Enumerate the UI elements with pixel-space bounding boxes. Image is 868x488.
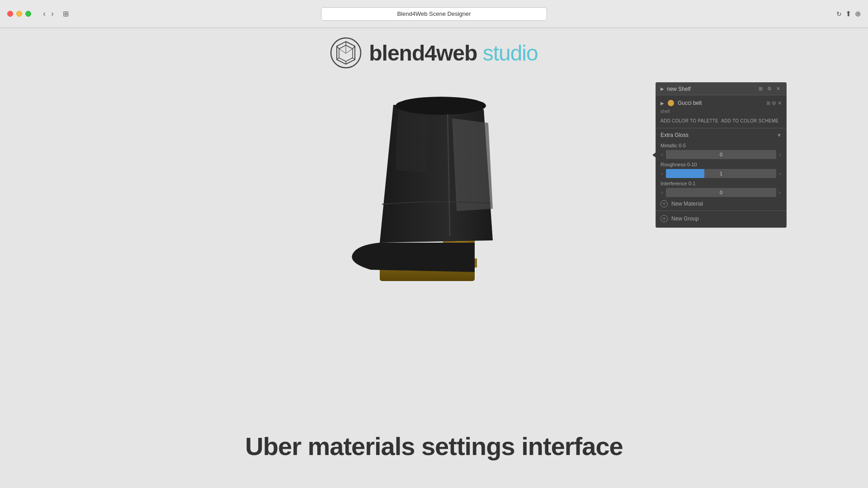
roughness-slider-row: ‹ 1 › (656, 168, 786, 179)
item-action-icons: ⊞ ⚙ ✕ (766, 100, 782, 106)
interference-label: Interference 0-1 (656, 179, 786, 187)
roughness-slider-track[interactable]: 1 (666, 169, 777, 178)
divider-2 (656, 211, 786, 211)
item-label: Gucci belt (678, 100, 763, 106)
boot-image (312, 82, 556, 286)
add-color-to-palette-button[interactable]: ADD COLOR TO PALETTE (660, 117, 718, 124)
svg-point-15 (396, 97, 486, 115)
interference-slider-track[interactable]: 0 (666, 188, 777, 197)
metallic-value: 0 (720, 152, 722, 157)
logo-wordmark: blend4web studio (369, 41, 538, 66)
forward-button[interactable]: › (49, 8, 56, 19)
item-icon-btn-3[interactable]: ✕ (778, 100, 782, 106)
panel-header-icons: ⊞ ⚙ ✕ (757, 85, 782, 92)
svg-line-9 (339, 49, 346, 53)
metallic-slider-row: ‹ 0 › (656, 149, 786, 160)
metallic-left-arrow[interactable]: ‹ (660, 152, 664, 157)
boot-image-area (312, 82, 556, 286)
metallic-slider-track[interactable]: 0 (666, 150, 777, 159)
new-group-label: New Group (671, 216, 699, 222)
extra-gloss-chevron-icon: ▼ (777, 132, 782, 138)
new-material-plus-icon[interactable]: + (660, 200, 668, 207)
gucci-belt-row: ▶ Gucci belt ⊞ ⚙ ✕ (656, 98, 786, 108)
new-group-plus-icon[interactable]: + (660, 215, 668, 222)
add-to-color-scheme-button[interactable]: ADD TO COLOR SCHEME (721, 117, 778, 124)
new-material-row[interactable]: + New Material (656, 198, 786, 210)
new-material-label: New Material (671, 201, 703, 207)
main-area: ▶ new Shelf ⊞ ⚙ ✕ ▶ Gucci belt ⊞ (0, 73, 868, 488)
share-button[interactable]: ⬆ (845, 9, 851, 18)
minimize-button[interactable] (16, 11, 22, 17)
panel-header: ▶ new Shelf ⊞ ⚙ ✕ (656, 83, 786, 95)
logo-brand-text: blend4web studio (369, 41, 538, 65)
roughness-right-arrow[interactable]: › (778, 171, 782, 176)
settings-panel: ▶ new Shelf ⊞ ⚙ ✕ ▶ Gucci belt ⊞ (656, 82, 787, 228)
nav-buttons: ‹ › (41, 8, 56, 19)
roughness-left-arrow[interactable]: ‹ (660, 171, 664, 176)
panel-body: ▶ Gucci belt ⊞ ⚙ ✕ Shell ADD COLOR TO PA… (656, 95, 786, 227)
interference-right-arrow[interactable]: › (778, 190, 782, 195)
panel-close-button[interactable]: ✕ (775, 85, 782, 92)
roughness-value: 1 (720, 171, 722, 176)
sidebar-toggle-button[interactable]: ⊞ (63, 9, 69, 18)
svg-line-10 (346, 49, 353, 53)
panel-expand-button[interactable]: ⊞ (757, 85, 764, 92)
close-button[interactable] (7, 11, 13, 17)
refresh-button[interactable]: ↻ (836, 10, 842, 18)
address-bar: Blend4Web Scene Designer (321, 7, 547, 21)
header-logo: blend4web studio (330, 37, 538, 69)
panel-header-left: ▶ new Shelf (660, 86, 691, 92)
extra-gloss-header[interactable]: Extra Gloss ▼ (656, 129, 786, 141)
roughness-label: Roughness 0-10 (656, 160, 786, 168)
interference-left-arrow[interactable]: ‹ (660, 190, 664, 195)
divider-1 (656, 128, 786, 128)
panel-settings-button[interactable]: ⚙ (766, 85, 773, 92)
browser-chrome: ‹ › ⊞ Blend4Web Scene Designer ↻ ⬆ ⊕ (0, 0, 868, 28)
extra-gloss-title: Extra Gloss (660, 132, 689, 138)
panel-title: new Shelf (667, 86, 691, 92)
expand-icon: ▶ (660, 86, 664, 91)
browser-actions: ↻ ⬆ ⊕ (836, 9, 861, 18)
bottom-text: Uber materials settings interface (245, 432, 623, 461)
metallic-right-arrow[interactable]: › (778, 152, 782, 157)
item-icon-btn-1[interactable]: ⊞ (766, 100, 770, 106)
maximize-button[interactable] (25, 11, 31, 17)
new-group-row[interactable]: + New Group (656, 213, 786, 225)
item-color-dot (668, 100, 674, 106)
item-icon-btn-2[interactable]: ⚙ (772, 100, 776, 106)
interference-value: 0 (720, 190, 722, 195)
shell-label: Shell (656, 108, 786, 115)
roughness-fill (666, 169, 705, 178)
new-tab-button[interactable]: ⊕ (855, 9, 861, 18)
item-expand-icon: ▶ (660, 101, 664, 106)
palette-buttons-row: ADD COLOR TO PALETTE ADD TO COLOR SCHEME (656, 115, 786, 127)
panel-arrow (652, 152, 656, 158)
traffic-lights (7, 11, 31, 17)
address-text: Blend4Web Scene Designer (397, 10, 471, 17)
brand-logo-icon (330, 37, 362, 69)
metallic-label: Metallic 0-5 (656, 141, 786, 149)
page-content: blend4web studio (0, 28, 868, 488)
interference-slider-row: ‹ 0 › (656, 187, 786, 198)
back-button[interactable]: ‹ (41, 8, 47, 19)
